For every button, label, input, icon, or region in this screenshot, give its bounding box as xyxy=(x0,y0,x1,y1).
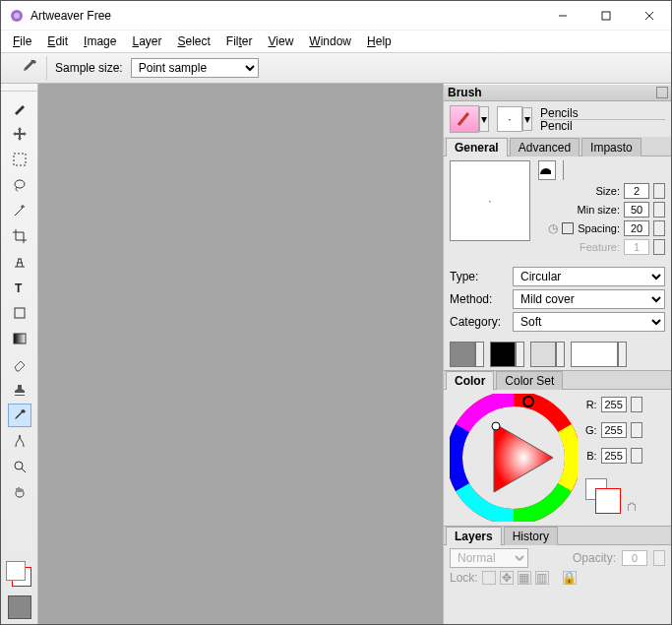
minsize-input[interactable]: 50 xyxy=(624,202,649,218)
spacing-spinner[interactable] xyxy=(653,220,665,236)
brush-panel-header[interactable]: Brush xyxy=(444,84,671,101)
tab-color[interactable]: Color xyxy=(446,371,494,390)
marquee-tool[interactable] xyxy=(8,148,31,171)
paper-thumb[interactable] xyxy=(450,342,475,367)
brush-panel-title: Brush xyxy=(448,86,482,99)
window-title: Artweaver Free xyxy=(31,9,541,23)
brush-shape-preview[interactable] xyxy=(538,160,564,180)
size-label: Size: xyxy=(596,185,620,197)
g-spinner[interactable] xyxy=(631,422,642,438)
blend-mode-select: Normal xyxy=(450,548,528,568)
event-tool[interactable] xyxy=(8,429,31,453)
r-spinner[interactable] xyxy=(631,397,642,412)
sample-size-select[interactable]: Point sample xyxy=(131,58,259,78)
stamp-icon[interactable]: ⛫ xyxy=(627,500,639,514)
nozzle-thumb[interactable] xyxy=(530,342,556,367)
brush-tool[interactable] xyxy=(8,96,31,120)
g-label: G: xyxy=(585,424,597,436)
b-label: B: xyxy=(586,450,596,462)
spacing-input[interactable]: 20 xyxy=(624,220,649,236)
perspective-tool[interactable] xyxy=(8,250,31,274)
color-swatches[interactable] xyxy=(6,561,33,589)
brush-selector[interactable]: ▾ xyxy=(450,105,479,133)
size-input[interactable]: 2 xyxy=(624,183,649,199)
brush-category-name: Pencils xyxy=(540,107,665,120)
lasso-tool[interactable] xyxy=(8,173,31,197)
hand-tool[interactable] xyxy=(8,480,31,504)
b-input[interactable]: 255 xyxy=(601,448,627,464)
move-tool[interactable] xyxy=(8,122,31,146)
opacity-spinner xyxy=(653,550,665,566)
brush-preview xyxy=(450,160,530,241)
paper-texture-button[interactable] xyxy=(8,595,31,619)
maximize-button[interactable] xyxy=(584,1,628,31)
tab-advanced[interactable]: Advanced xyxy=(510,138,580,156)
minsize-spinner[interactable] xyxy=(653,202,665,218)
g-input[interactable]: 255 xyxy=(601,422,627,438)
app-icon xyxy=(9,8,25,24)
canvas-area[interactable] xyxy=(38,84,443,624)
sample-size-label: Sample size: xyxy=(55,61,123,75)
menu-layer[interactable]: Layer xyxy=(126,32,167,50)
brush-variant-name: Pencil xyxy=(540,120,665,132)
r-input[interactable]: 255 xyxy=(601,397,627,412)
feature-spinner xyxy=(653,239,665,255)
color-panel-swatches[interactable] xyxy=(585,478,623,514)
tab-impasto[interactable]: Impasto xyxy=(581,138,641,156)
opacity-label: Opacity: xyxy=(573,551,616,565)
panel-menu-icon[interactable] xyxy=(656,87,668,98)
svg-rect-3 xyxy=(602,12,610,20)
wand-tool[interactable] xyxy=(8,199,31,222)
lock-label: Lock: xyxy=(450,571,478,585)
lock-icon: 🔒 xyxy=(563,571,577,585)
minimize-button[interactable] xyxy=(541,1,584,31)
menu-select[interactable]: Select xyxy=(171,32,215,50)
b-spinner[interactable] xyxy=(631,448,642,464)
spacing-checkbox[interactable] xyxy=(562,222,574,234)
toolbox: T xyxy=(1,84,38,624)
tab-history[interactable]: History xyxy=(504,527,558,545)
lock-pixels-button xyxy=(482,571,496,585)
zoom-tool[interactable] xyxy=(8,455,31,478)
pattern-thumb[interactable] xyxy=(490,342,516,367)
category-select[interactable]: Soft xyxy=(513,312,665,332)
menu-filter[interactable]: Filter xyxy=(220,32,259,50)
side-panels: Brush ▾ ·▾ Pencils Pencil General Advanc… xyxy=(443,84,671,624)
menu-view[interactable]: View xyxy=(263,32,300,50)
gradient-tool[interactable] xyxy=(8,327,31,350)
lock-all-button: ▦ xyxy=(518,571,531,585)
method-select[interactable]: Mild cover xyxy=(513,289,665,309)
type-label: Type: xyxy=(450,270,507,283)
tab-general[interactable]: General xyxy=(446,138,508,156)
menu-help[interactable]: Help xyxy=(361,32,397,50)
text-tool[interactable]: T xyxy=(8,276,31,299)
menu-file[interactable]: File xyxy=(7,32,37,50)
svg-rect-9 xyxy=(15,308,25,318)
size-spinner[interactable] xyxy=(653,183,665,199)
eyedropper-tool[interactable] xyxy=(8,404,31,427)
r-label: R: xyxy=(586,399,597,410)
tab-colorset[interactable]: Color Set xyxy=(496,371,563,390)
type-select[interactable]: Circular xyxy=(513,267,665,286)
menu-window[interactable]: Window xyxy=(303,32,357,50)
svg-point-22 xyxy=(492,422,500,430)
crop-tool[interactable] xyxy=(8,224,31,248)
clock-icon: ◷ xyxy=(548,221,558,235)
eraser-tool[interactable] xyxy=(8,352,31,376)
menu-image[interactable]: Image xyxy=(78,32,122,50)
color-wheel[interactable] xyxy=(450,394,578,522)
stamp-tool[interactable] xyxy=(8,378,31,402)
method-label: Method: xyxy=(450,292,507,306)
category-label: Category: xyxy=(450,315,507,329)
brush-dab-selector[interactable]: ·▾ xyxy=(497,106,522,132)
gradient-thumb[interactable] xyxy=(571,342,618,367)
menu-edit[interactable]: Edit xyxy=(41,32,74,50)
tab-layers[interactable]: Layers xyxy=(446,527,502,545)
close-button[interactable] xyxy=(628,1,671,31)
title-bar: Artweaver Free xyxy=(1,1,671,31)
shape-tool[interactable] xyxy=(8,301,31,325)
options-bar: Sample size: Point sample xyxy=(1,52,671,84)
svg-point-11 xyxy=(15,462,23,469)
svg-text:T: T xyxy=(15,281,23,295)
eyedropper-icon xyxy=(21,58,38,79)
